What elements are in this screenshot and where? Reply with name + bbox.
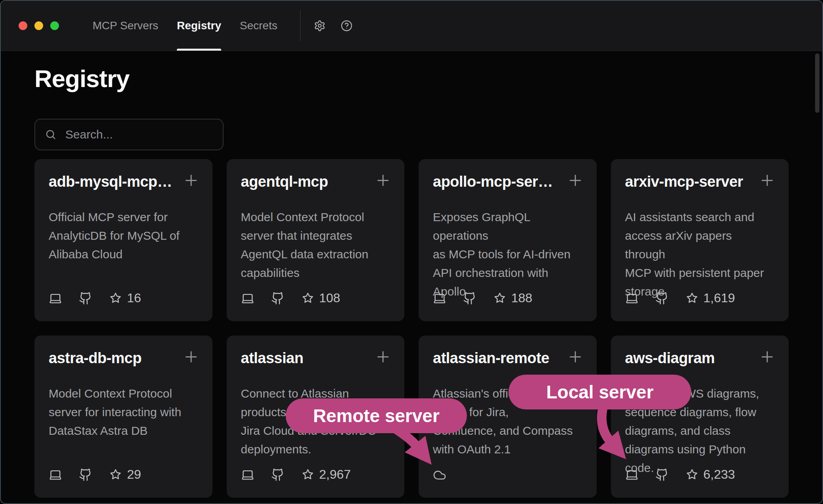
search-icon <box>45 129 57 140</box>
server-card-arxiv-mcp-server[interactable]: arxiv-mcp-server AI assistants search an… <box>611 159 789 321</box>
github-icon[interactable] <box>79 292 92 305</box>
toolbar-divider <box>300 10 301 41</box>
server-description: Model Context Protocol server for intera… <box>49 384 198 440</box>
github-icon[interactable] <box>79 468 92 481</box>
server-card-agentql-mcp[interactable]: agentql-mcp Model Context Protocol serve… <box>227 159 405 321</box>
server-description: Official MCP server for AnalyticDB for M… <box>49 208 198 263</box>
star-count: 16 <box>127 291 141 305</box>
app-window: MCP Servers Registry Secrets Registry ad… <box>0 0 823 504</box>
star-count: 2,967 <box>319 467 351 482</box>
close-window-button[interactable] <box>19 21 27 30</box>
plus-icon <box>374 348 392 366</box>
add-server-button[interactable] <box>182 348 200 366</box>
plus-icon <box>759 172 776 189</box>
tab-label: Registry <box>177 19 221 32</box>
laptop-icon <box>625 468 639 481</box>
server-name: aws-diagram <box>625 350 715 367</box>
search-input[interactable] <box>64 127 219 142</box>
server-name: apollo-mcp-ser… <box>433 173 553 190</box>
github-icon[interactable] <box>463 292 476 305</box>
server-card-adb-mysql-mcp[interactable]: adb-mysql-mcp… Official MCP server for A… <box>34 159 212 321</box>
add-server-button[interactable] <box>374 172 392 189</box>
remote-server-label: Remote server <box>313 405 440 426</box>
server-description: Model Context Protocol server that integ… <box>241 208 391 282</box>
vertical-scrollbar[interactable] <box>815 53 819 113</box>
local-server-callout: Local server <box>508 375 691 409</box>
star-icon <box>493 292 506 305</box>
server-name: astra-db-mcp <box>49 350 142 367</box>
github-icon[interactable] <box>655 468 669 481</box>
laptop-icon <box>49 292 62 305</box>
server-name: atlassian <box>241 350 303 367</box>
server-card-astra-db-mcp[interactable]: astra-db-mcp Model Context Protocol serv… <box>34 335 212 498</box>
star-icon <box>301 292 315 305</box>
plus-icon <box>182 348 200 366</box>
laptop-icon <box>241 468 254 481</box>
laptop-icon <box>433 292 446 305</box>
zoom-window-button[interactable] <box>50 21 59 30</box>
server-name: agentql-mcp <box>241 173 328 190</box>
server-card-apollo-mcp-server[interactable]: apollo-mcp-ser… Exposes GraphQL operatio… <box>419 159 597 321</box>
star-count: 29 <box>127 467 141 482</box>
server-name: atlassian-remote <box>433 350 549 367</box>
server-description: Exposes GraphQL operations as MCP tools … <box>433 208 582 301</box>
main-nav-tabs: MCP Servers Registry Secrets <box>93 1 277 51</box>
add-server-button[interactable] <box>374 348 392 366</box>
cloud-icon <box>433 468 446 482</box>
plus-icon <box>374 172 392 189</box>
server-name: adb-mysql-mcp… <box>49 173 172 190</box>
add-server-button[interactable] <box>567 172 584 189</box>
add-server-button[interactable] <box>759 348 776 366</box>
plus-icon <box>182 172 200 189</box>
add-server-button[interactable] <box>759 172 776 189</box>
star-count: 6,233 <box>704 467 735 482</box>
add-server-button[interactable] <box>182 172 200 189</box>
settings-icon[interactable] <box>314 20 326 32</box>
help-icon[interactable] <box>341 20 353 32</box>
plus-icon <box>759 348 776 366</box>
star-icon <box>109 292 122 305</box>
star-icon <box>301 468 315 481</box>
star-icon <box>685 292 699 305</box>
laptop-icon <box>625 292 639 305</box>
star-icon <box>685 468 699 481</box>
page-title: Registry <box>34 64 789 93</box>
plus-icon <box>567 172 584 189</box>
github-icon[interactable] <box>271 468 284 481</box>
tab-label: MCP Servers <box>93 19 158 32</box>
remote-server-callout: Remote server <box>286 398 467 433</box>
laptop-icon <box>49 468 62 481</box>
server-card-aws-diagram[interactable]: aws-diagram Generate AWS diagrams, seque… <box>611 335 789 498</box>
title-bar: MCP Servers Registry Secrets <box>1 1 822 51</box>
tab-secrets[interactable]: Secrets <box>240 1 277 51</box>
minimize-window-button[interactable] <box>34 21 43 30</box>
github-icon[interactable] <box>655 292 669 305</box>
star-count: 108 <box>319 291 340 305</box>
server-description: AI assistants search and access arXiv pa… <box>625 208 775 301</box>
star-icon <box>109 468 122 481</box>
star-count: 1,619 <box>704 291 735 305</box>
tab-mcp-servers[interactable]: MCP Servers <box>93 1 158 51</box>
add-server-button[interactable] <box>567 348 584 366</box>
tab-registry[interactable]: Registry <box>177 1 221 51</box>
server-card-grid: adb-mysql-mcp… Official MCP server for A… <box>34 159 789 498</box>
traffic-lights <box>19 1 59 51</box>
search-box[interactable] <box>34 119 224 150</box>
star-count: 188 <box>511 291 532 305</box>
local-server-label: Local server <box>546 381 653 403</box>
tab-label: Secrets <box>240 19 277 32</box>
server-name: arxiv-mcp-server <box>625 173 743 190</box>
github-icon[interactable] <box>271 292 284 305</box>
laptop-icon <box>241 292 254 305</box>
plus-icon <box>567 348 584 366</box>
